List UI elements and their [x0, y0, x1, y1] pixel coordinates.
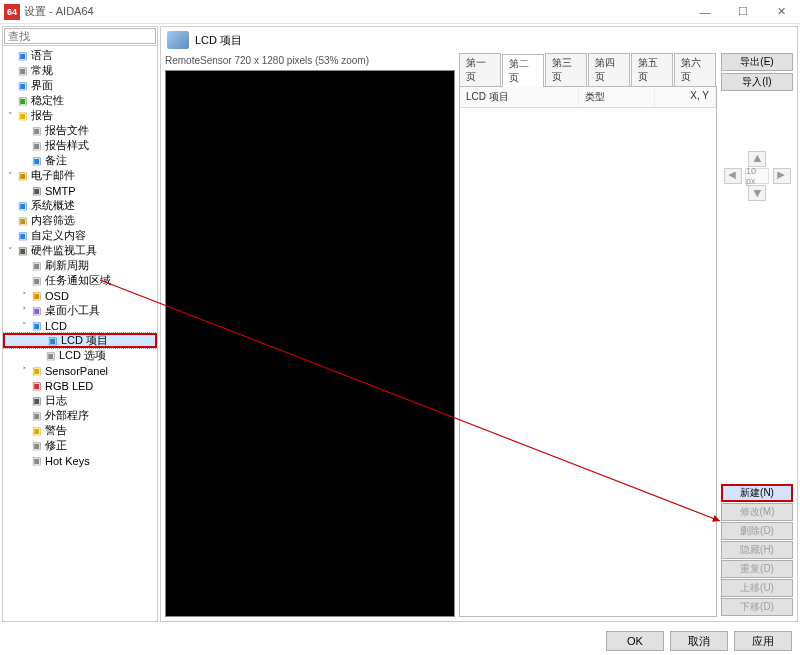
tree-item[interactable]: ▣警告	[3, 423, 157, 438]
tab-page-6[interactable]: 第六页	[674, 53, 716, 86]
tree-item[interactable]: ˃▣OSD	[3, 288, 157, 303]
tree-item-label: 报告样式	[45, 138, 89, 153]
ic-fix-icon: ▣	[29, 439, 43, 452]
column-type[interactable]: 类型	[579, 87, 655, 107]
nudge-step-label: 10 px	[745, 168, 769, 184]
tree-item[interactable]: ▣界面	[3, 78, 157, 93]
tree-item[interactable]: ▣SMTP	[3, 183, 157, 198]
tree-item[interactable]: ▣修正	[3, 438, 157, 453]
window-title: 设置 - AIDA64	[24, 4, 94, 19]
action-button: 上移(U)	[721, 579, 793, 597]
ic-osd-icon: ▣	[29, 289, 43, 302]
tree-item[interactable]: ˅▣LCD	[3, 318, 157, 333]
tree-item-label: 报告文件	[45, 123, 89, 138]
tree-expander-icon[interactable]: ˃	[19, 306, 29, 316]
tree-item[interactable]: ▣备注	[3, 153, 157, 168]
tree-item-label: LCD 项目	[61, 333, 108, 348]
tree-item-label: 硬件监视工具	[31, 243, 97, 258]
tree-item[interactable]: ▣系统概述	[3, 198, 157, 213]
tree-item-label: LCD	[45, 320, 67, 332]
tree-item[interactable]: ▣任务通知区域	[3, 273, 157, 288]
tree-item[interactable]: ▣RGB LED	[3, 378, 157, 393]
search-input[interactable]	[4, 28, 156, 44]
ic-shield-icon: ▣	[15, 94, 29, 107]
nudge-down-button[interactable]: ⯆	[748, 185, 766, 201]
content-panel: LCD 项目 RemoteSensor 720 x 1280 pixels (5…	[160, 26, 798, 622]
tree-item[interactable]: ▣报告样式	[3, 138, 157, 153]
cancel-button[interactable]: 取消	[670, 631, 728, 651]
tree-item-label: SMTP	[45, 185, 76, 197]
tree-item-label: 报告	[31, 108, 53, 123]
tree-item[interactable]: ˃▣桌面小工具	[3, 303, 157, 318]
action-button: 隐藏(H)	[721, 541, 793, 559]
tree-expander-icon[interactable]: ˅	[5, 111, 15, 121]
titlebar: 64 设置 - AIDA64 — ☐ ✕	[0, 0, 800, 24]
tree-item[interactable]: ▣刷新周期	[3, 258, 157, 273]
tree-item[interactable]: ▣稳定性	[3, 93, 157, 108]
column-item[interactable]: LCD 项目	[460, 87, 579, 107]
tab-page-5[interactable]: 第五页	[631, 53, 673, 86]
close-button[interactable]: ✕	[762, 0, 800, 24]
list-header: LCD 项目 类型 X, Y	[460, 87, 716, 108]
ic-refresh-icon: ▣	[29, 259, 43, 272]
tree-expander-icon[interactable]: ˅	[5, 171, 15, 181]
tree-expander-icon[interactable]: ˃	[19, 366, 29, 376]
tree-item[interactable]: ▣LCD 选项	[3, 348, 157, 363]
tree-item-label: RGB LED	[45, 380, 93, 392]
apply-button[interactable]: 应用	[734, 631, 792, 651]
tree-item[interactable]: ▣LCD 项目	[3, 333, 157, 348]
action-button: 重复(D)	[721, 560, 793, 578]
tab-page-2[interactable]: 第二页	[502, 54, 544, 87]
tree-expander-icon[interactable]: ˅	[19, 321, 29, 331]
column-xy[interactable]: X, Y	[655, 87, 716, 107]
ic-mail-icon: ▣	[15, 169, 29, 182]
tree-item-label: 修正	[45, 438, 67, 453]
ok-button[interactable]: OK	[606, 631, 664, 651]
tree-item[interactable]: ▣内容筛选	[3, 213, 157, 228]
preview-canvas[interactable]	[165, 70, 455, 617]
ic-warn-icon: ▣	[29, 424, 43, 437]
content-header: LCD 项目	[161, 27, 797, 53]
settings-tree[interactable]: ▣语言▣常规▣界面▣稳定性˅▣报告▣报告文件▣报告样式▣备注˅▣电子邮件▣SMT…	[3, 46, 157, 621]
export-button[interactable]: 导出(E)	[721, 53, 793, 71]
right-button-bar: 导出(E) 导入(I) ⯅ ⯇ 10 px ⯈ ⯆ 新建(N)修改(M)删除(D…	[721, 53, 793, 617]
tree-expander-icon[interactable]: ˅	[5, 246, 15, 256]
ic-rgb-icon: ▣	[29, 379, 43, 392]
tab-page-1[interactable]: 第一页	[459, 53, 501, 86]
ic-doc-icon: ▣	[29, 139, 43, 152]
tree-item[interactable]: ˅▣报告	[3, 108, 157, 123]
action-button: 下移(D)	[721, 598, 793, 616]
tree-item-label: 稳定性	[31, 93, 64, 108]
action-button[interactable]: 新建(N)	[721, 484, 793, 502]
tree-item[interactable]: ▣语言	[3, 48, 157, 63]
tree-expander-icon[interactable]: ˃	[19, 291, 29, 301]
tree-item[interactable]: ▣常规	[3, 63, 157, 78]
tree-item-label: SensorPanel	[45, 365, 108, 377]
tree-item-label: 常规	[31, 63, 53, 78]
action-button: 修改(M)	[721, 503, 793, 521]
nudge-right-button[interactable]: ⯈	[773, 168, 791, 184]
tree-item[interactable]: ▣日志	[3, 393, 157, 408]
import-button[interactable]: 导入(I)	[721, 73, 793, 91]
tree-item[interactable]: ˃▣SensorPanel	[3, 363, 157, 378]
ic-log-icon: ▣	[29, 394, 43, 407]
minimize-button[interactable]: —	[686, 0, 724, 24]
nudge-left-button[interactable]: ⯇	[724, 168, 742, 184]
ic-ext-icon: ▣	[29, 409, 43, 422]
tree-item-label: 日志	[45, 393, 67, 408]
tree-item[interactable]: ˅▣电子邮件	[3, 168, 157, 183]
list-body[interactable]	[460, 108, 716, 616]
tree-item[interactable]: ▣自定义内容	[3, 228, 157, 243]
tree-item[interactable]: ▣外部程序	[3, 408, 157, 423]
tree-item[interactable]: ▣Hot Keys	[3, 453, 157, 468]
tree-item[interactable]: ˅▣硬件监视工具	[3, 243, 157, 258]
tree-item-label: Hot Keys	[45, 455, 90, 467]
ic-net-icon: ▣	[29, 184, 43, 197]
tab-page-4[interactable]: 第四页	[588, 53, 630, 86]
tree-item[interactable]: ▣报告文件	[3, 123, 157, 138]
nudge-up-button[interactable]: ⯅	[748, 151, 766, 167]
maximize-button[interactable]: ☐	[724, 0, 762, 24]
ic-option-icon: ▣	[43, 349, 57, 362]
tab-page-3[interactable]: 第三页	[545, 53, 587, 86]
action-button: 删除(D)	[721, 522, 793, 540]
